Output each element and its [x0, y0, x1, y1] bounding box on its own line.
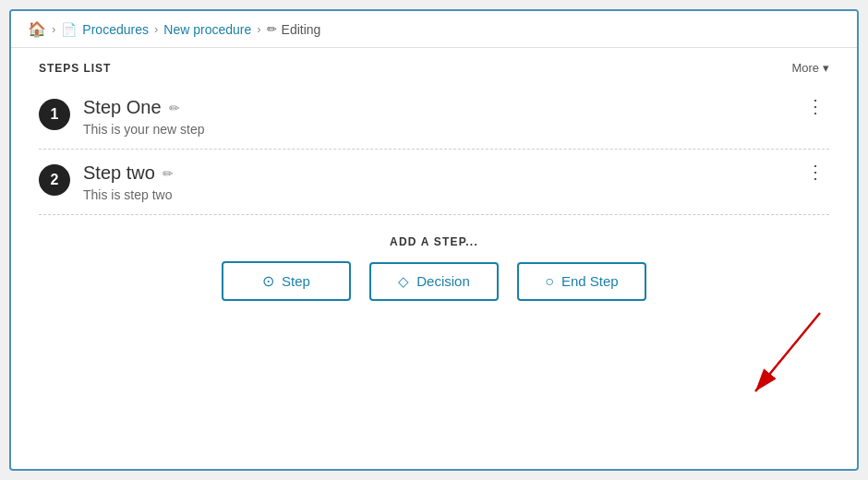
step-1-content: Step One ✏ This is your new step	[83, 97, 790, 137]
pencil-breadcrumb-icon: ✏	[267, 22, 277, 36]
add-decision-button[interactable]: ◇ Decision	[369, 262, 499, 301]
add-step-buttons: ⊙ Step ◇ Decision ○ End Step	[222, 261, 646, 301]
step-icon: ⊙	[262, 272, 274, 290]
steps-list-title: STEPS LIST	[39, 62, 111, 75]
table-row: 2 Step two ✏ This is step two ⋮	[11, 150, 857, 215]
step-number-badge-2: 2	[39, 164, 70, 196]
steps-header: STEPS LIST More ▾	[11, 48, 857, 84]
step-button-label: Step	[282, 273, 310, 289]
breadcrumb-procedures[interactable]: Procedures	[82, 22, 149, 37]
svg-line-1	[755, 313, 820, 391]
step-number-badge-1: 1	[39, 99, 70, 130]
step-1-menu-button[interactable]: ⋮	[802, 97, 829, 115]
step-2-name: Step two	[83, 162, 155, 184]
decision-icon: ◇	[398, 273, 409, 290]
step-1-name: Step One	[83, 97, 162, 118]
step-2-description: This is step two	[83, 187, 790, 202]
step-2-content: Step two ✏ This is step two	[83, 162, 790, 202]
decision-button-label: Decision	[416, 273, 470, 289]
step-1-description: This is your new step	[83, 122, 790, 137]
add-step-label: ADD A STEP...	[390, 235, 478, 248]
step-2-edit-icon[interactable]: ✏	[163, 166, 174, 181]
add-step-button[interactable]: ⊙ Step	[222, 261, 351, 301]
breadcrumb-editing: ✏ Editing	[267, 22, 321, 37]
breadcrumb-sep-1: ›	[52, 22, 55, 36]
home-icon[interactable]: 🏠	[28, 20, 46, 38]
breadcrumb-icon-procedures: 📄	[61, 22, 77, 37]
end-step-button-label: End Step	[561, 273, 619, 289]
breadcrumb-new-procedure[interactable]: New procedure	[163, 22, 251, 37]
end-step-icon: ○	[545, 273, 554, 290]
step-1-edit-icon[interactable]: ✏	[169, 101, 180, 115]
add-step-section: ADD A STEP... ⊙ Step ◇ Decision ○ End St…	[11, 215, 857, 319]
step-2-menu-button[interactable]: ⋮	[802, 162, 829, 181]
breadcrumb-sep-3: ›	[257, 22, 260, 36]
table-row: 1 Step One ✏ This is your new step ⋮	[11, 84, 857, 150]
main-content: STEPS LIST More ▾ 1 Step One ✏ This is y…	[11, 48, 857, 469]
more-button[interactable]: More ▾	[791, 61, 829, 75]
chevron-down-icon: ▾	[823, 61, 829, 75]
add-end-step-button[interactable]: ○ End Step	[517, 262, 646, 301]
annotation-arrow	[728, 304, 838, 418]
breadcrumb: 🏠 › 📄 Procedures › New procedure › ✏ Edi…	[11, 11, 857, 48]
step-2-name-row: Step two ✏	[83, 162, 790, 184]
app-window: 🏠 › 📄 Procedures › New procedure › ✏ Edi…	[9, 9, 859, 471]
step-1-name-row: Step One ✏	[83, 97, 790, 118]
breadcrumb-sep-2: ›	[154, 22, 158, 36]
arrow-svg	[728, 304, 838, 414]
